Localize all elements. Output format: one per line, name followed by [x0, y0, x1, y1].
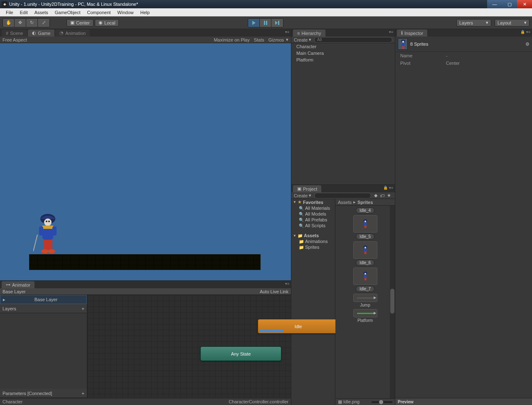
animator-icon: ⊶ [6, 282, 10, 287]
pivot-mode-toggle[interactable]: ▣Center [66, 19, 94, 27]
favorite-item[interactable]: 🔍All Models [291, 211, 335, 217]
animator-layer-base[interactable]: ▸ Base Layer [0, 295, 87, 304]
folder-item[interactable]: 📁Animations [291, 238, 335, 244]
menu-window[interactable]: Window [114, 8, 137, 17]
hierarchy-item[interactable]: Platform [291, 56, 395, 63]
filter-icon[interactable]: ★ [386, 193, 392, 198]
asset-item[interactable]: ▶Jump [349, 294, 382, 307]
project-tree[interactable]: ▼★Favorites 🔍All Materials 🔍All Models 🔍… [291, 199, 335, 405]
tab-scene[interactable]: #Scene [2, 29, 27, 37]
hierarchy-create-dropdown[interactable]: Create [294, 37, 308, 42]
hierarchy-search-input[interactable] [314, 37, 392, 43]
gizmos-toggle[interactable]: Gizmos [266, 37, 286, 42]
tab-project[interactable]: ▣Project [293, 185, 321, 192]
favorite-item[interactable]: 🔍All Materials [291, 205, 335, 211]
menu-component[interactable]: Component [84, 8, 114, 17]
tab-inspector[interactable]: ℹInspector [397, 29, 427, 37]
pause-button[interactable] [260, 19, 271, 27]
menu-help[interactable]: Help [137, 8, 153, 17]
layers-dropdown[interactable]: Layers▾ [456, 19, 491, 27]
asset-item[interactable]: Idle_6 [349, 241, 382, 266]
svg-point-13 [41, 249, 49, 253]
thumbnail-size-slider[interactable] [372, 401, 392, 403]
play-controls [248, 18, 283, 27]
hierarchy-item[interactable]: Main Camera [291, 50, 395, 56]
favorite-item[interactable]: 🔍All Scripts [291, 223, 335, 228]
svg-point-5 [46, 221, 47, 222]
main-toolbar: ✋ ✥ ↻ ⤢ ▣Center ◉Local Layers▾ Layout▾ [0, 17, 532, 29]
hierarchy-list[interactable]: Character Main Camera Platform [291, 43, 395, 184]
scene-icon: # [6, 31, 8, 36]
inspector-row: PivotCenter [395, 59, 532, 67]
animator-graph[interactable]: Idle Any State [87, 295, 291, 398]
maximize-button[interactable]: ▢ [502, 0, 517, 8]
scrollbar[interactable] [390, 206, 395, 398]
project-breadcrumb: Assets▸Sprites [335, 199, 395, 206]
center-icon: ▣ [70, 20, 74, 25]
asset-item[interactable]: Idle_5 [349, 215, 382, 240]
scale-tool[interactable]: ⤢ [38, 19, 49, 27]
asset-item[interactable]: Idle_4 [349, 207, 382, 214]
menu-edit[interactable]: Edit [17, 8, 31, 17]
close-button[interactable]: ✕ [517, 0, 532, 8]
rotate-tool[interactable]: ↻ [26, 19, 38, 27]
svg-point-6 [48, 221, 50, 222]
menu-assets[interactable]: Assets [31, 8, 52, 17]
hierarchy-item[interactable]: Character [291, 43, 395, 50]
asset-item[interactable]: Idle_7 [349, 268, 382, 292]
tab-animation[interactable]: ◔Animation [55, 29, 90, 37]
game-icon: ◐ [32, 30, 36, 36]
tab-animator[interactable]: ⊶Animator [2, 281, 34, 288]
svg-rect-30 [402, 43, 405, 47]
svg-point-29 [402, 41, 404, 43]
panel-options-icon[interactable]: ▾≡ [285, 282, 289, 286]
favorite-item[interactable]: 🔍All Prefabs [291, 217, 335, 223]
hand-tool[interactable]: ✋ [3, 19, 15, 27]
add-layer-button[interactable]: + [82, 306, 84, 311]
state-node-idle[interactable]: Idle [258, 319, 339, 334]
project-create-dropdown[interactable]: Create [294, 193, 308, 198]
minimize-button[interactable]: — [487, 0, 502, 8]
inspector-row: Name- [395, 52, 532, 59]
stats-toggle[interactable]: Stats [252, 37, 266, 42]
tab-hierarchy[interactable]: ≡Hierarchy [293, 29, 325, 37]
handle-rotation-toggle[interactable]: ◉Local [95, 19, 119, 27]
menu-gameobject[interactable]: GameObject [52, 8, 84, 17]
layout-dropdown[interactable]: Layout▾ [495, 19, 530, 27]
panel-options-icon[interactable]: 🔒 ▾≡ [520, 30, 530, 34]
tab-game[interactable]: ◐Game [28, 29, 54, 37]
animator-breadcrumb[interactable]: Base Layer [2, 289, 26, 294]
svg-rect-8 [42, 226, 53, 229]
preview-header[interactable]: Preview [395, 398, 532, 405]
svg-rect-26 [364, 275, 366, 278]
auto-live-link-toggle[interactable]: Auto Live Link [260, 289, 288, 294]
chevron-down-icon[interactable]: ▾ [286, 37, 288, 42]
project-search-input[interactable] [314, 193, 371, 199]
asset-item[interactable]: ▶Platform [349, 309, 382, 323]
favorites-header[interactable]: ▼★Favorites [291, 199, 335, 205]
panel-options-icon[interactable]: 🔒 ▾≡ [383, 186, 393, 190]
project-statusbar: ▦ Idle.png [335, 398, 395, 405]
gear-icon[interactable]: ⚙ [525, 42, 530, 47]
svg-point-21 [364, 247, 366, 248]
menu-file[interactable]: File [2, 8, 17, 17]
filter-icon[interactable]: 🏷 [379, 193, 386, 198]
move-tool[interactable]: ✥ [15, 19, 26, 27]
panel-options-icon[interactable]: ▾≡ [285, 30, 289, 34]
filter-icon[interactable]: ◆ [373, 193, 379, 198]
project-grid[interactable]: Idle_4 Idle_5 Idle_6 Idle_7 ▶Jump ▶Platf… [335, 206, 395, 398]
svg-rect-18 [364, 222, 366, 226]
svg-rect-31 [402, 46, 404, 49]
aspect-dropdown[interactable]: Free Aspect [2, 37, 27, 42]
add-parameter-button[interactable]: + [82, 391, 84, 396]
assets-header[interactable]: ▼📁Assets [291, 233, 335, 238]
state-node-anystate[interactable]: Any State [200, 346, 281, 361]
panel-options-icon[interactable]: ▾≡ [389, 30, 393, 34]
chevron-down-icon: ▾ [486, 20, 488, 25]
maximize-on-play-toggle[interactable]: Maximize on Play [212, 37, 251, 42]
window-titlebar: ◈ Unity - 1.unity - Unity2DTraining - PC… [0, 0, 532, 8]
step-button[interactable] [271, 19, 283, 27]
folder-item[interactable]: 📁Sprites [291, 244, 335, 250]
animator-panel: ⊶Animator ▾≡ Base Layer Auto Live Link ▸… [0, 280, 291, 405]
play-button[interactable] [248, 19, 260, 27]
